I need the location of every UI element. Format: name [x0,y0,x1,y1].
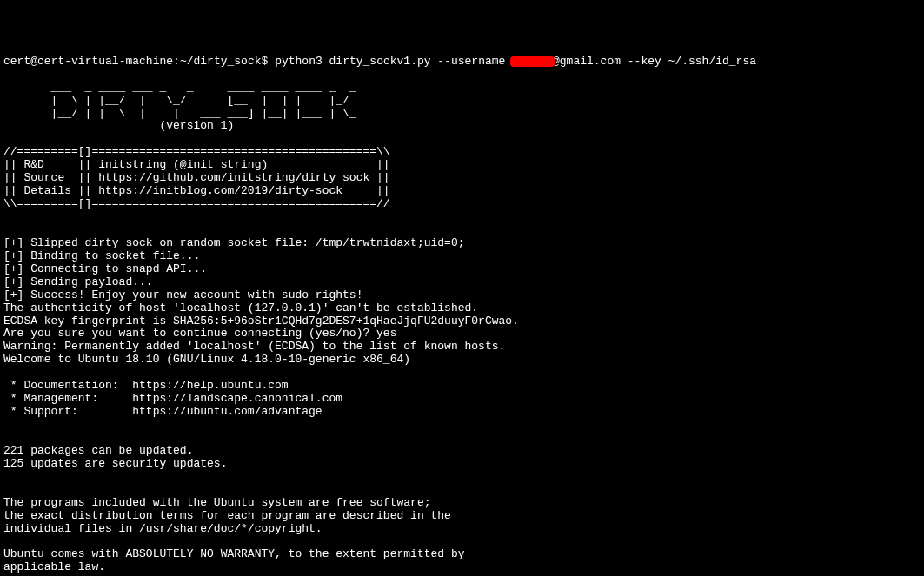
terminal-output[interactable]: cert@cert-virtual-machine:~/dirty_sock$ … [3,56,921,576]
info-table-row: || Details || https://initblog.com/2019/… [3,184,390,197]
prompt-host: cert-virtual-machine [37,55,173,68]
package-update-line: 221 packages can be updated. [3,444,193,457]
ascii-art-version: (version 1) [3,119,234,132]
ascii-art-line: ___ _ ____ ___ _ _ ____ ____ ____ _ _ [3,81,362,94]
prompt-user: cert [3,55,30,68]
ascii-art-line: |__/ | | \ | | ___ ___] |__| |___ | \_ [3,107,362,120]
motd-link: * Support: https://ubuntu.com/advantage [3,405,322,418]
ssh-fingerprint: ECDSA key fingerprint is SHA256:5+96oStr… [3,314,519,328]
status-line: [+] Sending payload... [3,275,153,288]
redacted-username: xxxxxx [512,55,553,68]
ascii-art-line: | \ | |__/ | \_/ [__ | | | |_/ [3,94,362,107]
motd-welcome: Welcome to Ubuntu 18.10 (GNU/Linux 4.18.… [3,353,410,366]
status-line: [+] Success! Enjoy your new account with… [3,288,362,301]
info-table-row: || Source || https://github.com/initstri… [3,171,390,184]
ssh-warning: Warning: Permanently added 'localhost' (… [3,340,505,353]
command-text: python3 dirty_sockv1.py --username [275,55,512,68]
motd-link: * Management: https://landscape.canonica… [3,392,342,405]
info-table-border: \\=========[]===========================… [3,197,390,210]
info-table-border: //=========[]===========================… [3,145,390,158]
legal-line: individual files in /usr/share/doc/*/cop… [3,522,322,535]
motd-link: * Documentation: https://help.ubuntu.com [3,379,289,392]
status-line: [+] Slipped dirty sock on random socket … [3,236,465,249]
warranty-line: Ubuntu comes with ABSOLUTELY NO WARRANTY… [3,547,465,560]
ssh-auth-line: The authenticity of host 'localhost (127… [3,301,478,314]
status-line: [+] Connecting to snapd API... [3,262,207,275]
legal-line: the exact distribution terms for each pr… [3,509,451,522]
ssh-confirm: Are you sure you want to continue connec… [3,327,396,340]
package-update-line: 125 updates are security updates. [3,457,227,470]
status-line: [+] Binding to socket file... [3,249,200,262]
warranty-line: applicable law. [3,560,105,573]
legal-line: The programs included with the Ubuntu sy… [3,496,430,509]
prompt-path: ~/dirty_sock [180,55,262,68]
info-table-row: || R&D || initstring (@init_string) || [3,158,390,171]
